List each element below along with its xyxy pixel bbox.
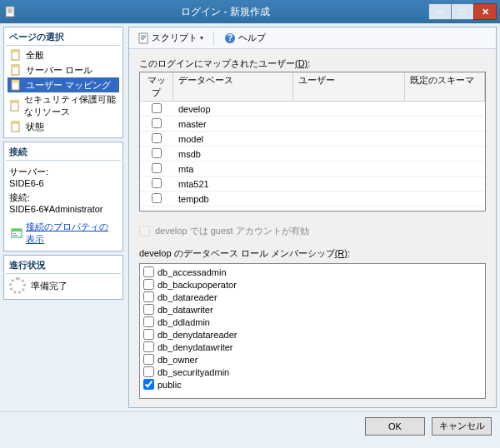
table-row[interactable]: mta521 [140, 177, 485, 192]
role-name: db_backupoperator [158, 280, 237, 290]
db-cell: develop [173, 104, 293, 114]
minimize-button[interactable]: ─ [428, 3, 452, 20]
nav-label: 状態 [26, 121, 44, 133]
cancel-button[interactable]: キャンセル [432, 417, 492, 436]
role-item[interactable]: db_datareader [143, 291, 482, 303]
page-icon [9, 78, 22, 92]
nav-label: ユーザー マッピング [26, 79, 111, 92]
role-checkbox[interactable] [143, 379, 154, 390]
col-user[interactable]: ユーザー [293, 72, 405, 101]
progress-status: 準備完了 [31, 280, 68, 292]
pages-panel: ページの選択 全般サーバー ロールユーザー マッピングセキュリティ保護可能なリソ… [3, 27, 123, 138]
app-icon [3, 5, 17, 18]
table-row[interactable]: msdb [140, 147, 485, 162]
progress-panel: 進行状況 準備完了 [3, 255, 123, 300]
nav-item[interactable]: サーバー ロール [8, 62, 119, 77]
table-row[interactable]: model [140, 132, 485, 147]
role-checkbox[interactable] [143, 291, 154, 302]
nav-item[interactable]: 全般 [8, 47, 119, 62]
help-button[interactable]: ? ヘルプ [221, 30, 269, 46]
role-checkbox[interactable] [143, 266, 154, 277]
guest-checkbox [139, 226, 150, 236]
ok-button[interactable]: OK [365, 417, 425, 436]
map-checkbox[interactable] [152, 163, 162, 173]
role-item[interactable]: db_securityadmin [143, 366, 482, 378]
role-name: db_datareader [158, 292, 218, 302]
role-item[interactable]: db_accessadmin [143, 266, 482, 278]
role-checkbox[interactable] [143, 329, 154, 340]
svg-rect-11 [11, 101, 18, 103]
role-name: db_securityadmin [158, 367, 229, 377]
map-checkbox[interactable] [152, 118, 162, 128]
role-item[interactable]: db_denydatawriter [143, 341, 482, 353]
svg-rect-9 [12, 80, 19, 82]
connection-value: SIDE6-6¥Administrator [9, 204, 118, 214]
users-grid[interactable]: マップ データベース ユーザー 既定のスキーマ developmastermod… [139, 72, 486, 212]
db-cell: mta521 [173, 179, 293, 189]
db-cell: msdb [173, 149, 293, 159]
view-connection-link[interactable]: 接続のプロパティの表示 [26, 221, 116, 246]
db-cell: master [173, 119, 293, 129]
role-name: db_denydatawriter [158, 342, 233, 352]
nav-item[interactable]: ユーザー マッピング [8, 77, 119, 92]
mapped-users-label: このログインにマップされたユーザー(D): [139, 57, 486, 70]
close-button[interactable]: ✕ [473, 3, 497, 20]
map-checkbox[interactable] [152, 103, 162, 113]
role-checkbox[interactable] [143, 279, 154, 290]
script-button[interactable]: スクリプト ▾ [134, 30, 207, 46]
titlebar: ログイン - 新規作成 ─ □ ✕ [0, 0, 500, 23]
svg-rect-18 [139, 33, 148, 43]
maximize-button[interactable]: □ [451, 3, 474, 20]
role-checkbox[interactable] [143, 354, 154, 365]
nav-item[interactable]: セキュリティ保護可能なリソース [8, 92, 119, 119]
map-checkbox[interactable] [152, 148, 162, 158]
table-row[interactable]: tempdb [140, 192, 485, 207]
connection-header: 接続 [6, 144, 121, 161]
table-row[interactable]: develop [140, 102, 485, 117]
roles-list[interactable]: db_accessadmindb_backupoperatordb_datare… [139, 263, 486, 399]
map-checkbox[interactable] [152, 193, 162, 203]
toolbar: スクリプト ▾ ? ヘルプ [129, 27, 496, 49]
progress-header: 進行状況 [6, 257, 121, 274]
guest-account-row: develop では guest アカウントが有効 [139, 225, 486, 237]
svg-rect-17 [13, 235, 18, 236]
chevron-down-icon: ▾ [200, 34, 203, 42]
help-icon: ? [224, 32, 236, 44]
properties-icon [11, 227, 22, 239]
col-map[interactable]: マップ [140, 72, 173, 101]
page-icon [9, 63, 22, 77]
connection-panel: 接続 サーバー: SIDE6-6 接続: SIDE6-6¥Administrat… [3, 142, 123, 251]
connection-label: 接続: [9, 192, 118, 204]
guest-label: develop では guest アカウントが有効 [155, 225, 309, 237]
role-checkbox[interactable] [143, 316, 154, 327]
role-checkbox[interactable] [143, 341, 154, 352]
role-item[interactable]: public [143, 378, 482, 391]
role-name: db_datawriter [158, 305, 213, 315]
role-item[interactable]: db_ddladmin [143, 316, 482, 328]
role-checkbox[interactable] [143, 304, 154, 315]
map-checkbox[interactable] [152, 178, 162, 188]
toolbar-separator [213, 31, 214, 46]
table-row[interactable]: master [140, 117, 485, 132]
svg-rect-13 [12, 122, 19, 124]
svg-text:?: ? [228, 32, 233, 42]
svg-rect-5 [12, 50, 19, 52]
svg-rect-16 [13, 233, 16, 234]
window-title: ログイン - 新規作成 [22, 5, 429, 19]
svg-rect-7 [12, 65, 19, 67]
col-database[interactable]: データベース [173, 72, 293, 101]
role-checkbox[interactable] [143, 366, 154, 377]
role-name: db_denydatareader [158, 330, 237, 340]
role-item[interactable]: db_denydatareader [143, 328, 482, 341]
nav-item[interactable]: 状態 [8, 119, 119, 134]
role-name: db_owner [158, 355, 198, 365]
role-item[interactable]: db_datawriter [143, 303, 482, 316]
map-checkbox[interactable] [152, 133, 162, 143]
table-row[interactable]: mta [140, 162, 485, 177]
server-value: SIDE6-6 [9, 178, 118, 188]
role-item[interactable]: db_backupoperator [143, 278, 482, 291]
page-icon [9, 48, 22, 62]
window-buttons: ─ □ ✕ [429, 3, 497, 20]
col-schema[interactable]: 既定のスキーマ [405, 72, 485, 101]
role-item[interactable]: db_owner [143, 353, 482, 366]
